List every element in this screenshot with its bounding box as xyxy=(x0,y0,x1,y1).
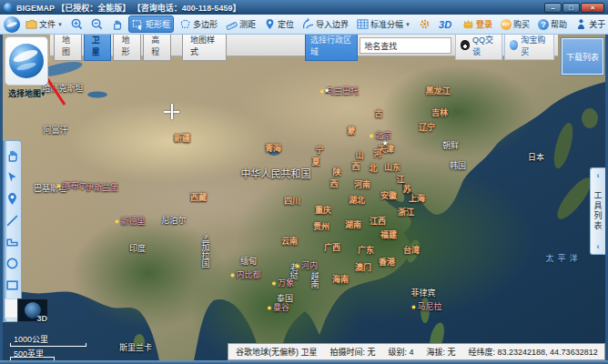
scale-miles-tick xyxy=(54,357,55,360)
rect-select-icon xyxy=(132,18,144,30)
ruler-icon xyxy=(226,18,238,30)
settings-button[interactable] xyxy=(416,16,433,32)
pan-hand-icon xyxy=(111,18,123,30)
status-bar: 谷歌地球(无偏移) 卫星 拍摄时间: 无 级别: 4 海拔: 无 经纬度: 83… xyxy=(228,343,605,360)
maptype-tab-1[interactable]: 卫星 xyxy=(84,35,112,61)
google-earth-globe-icon xyxy=(9,44,44,78)
place-search-input[interactable]: 地名查找 xyxy=(360,37,451,54)
chevron-left-icon: ‹ xyxy=(597,171,600,180)
maptype-tab-2[interactable]: 地形 xyxy=(113,35,141,61)
pan-tool-button[interactable] xyxy=(108,16,126,32)
measure-tool-button[interactable]: 测距 xyxy=(223,16,258,32)
chevron-left-icon: ‹ xyxy=(597,242,600,251)
taobao-buy-button[interactable]: 淘宝购买 xyxy=(504,35,554,60)
map-style-button[interactable]: 地图样式 xyxy=(182,35,227,61)
qq-chat-button[interactable]: QQ交谈 xyxy=(455,35,502,60)
circle-tool-icon[interactable] xyxy=(5,257,19,270)
polygon-tool-button[interactable]: 多边形 xyxy=(177,16,220,32)
window-bottom-border xyxy=(0,360,608,364)
main-toolbar: 文件▼ 矩形框 多边形 测距 定位 导入边界 xyxy=(0,15,608,35)
status-coordinates: 经纬度: 83.23242188, 44.73632812 xyxy=(469,346,598,358)
import-boundary-icon xyxy=(302,18,314,30)
placemark-pin-icon[interactable] xyxy=(5,192,19,206)
mini-globe-3d-toggle[interactable]: 3D xyxy=(5,298,48,324)
buy-coin-icon: BUY xyxy=(501,19,512,30)
drawing-tool-palette xyxy=(3,140,22,322)
zoom-out-button[interactable] xyxy=(88,16,106,32)
login-button[interactable]: 登录 xyxy=(460,16,495,32)
help-button[interactable]: ? 帮助 xyxy=(535,16,570,32)
close-button[interactable]: × xyxy=(581,3,604,13)
maptype-toolbar: 地图卫星地形高程 地图样式 选择行政区域 地名查找 QQ交谈 淘宝购买 xyxy=(50,35,558,56)
grid-icon xyxy=(357,18,369,30)
polygon-tool-icon[interactable] xyxy=(5,235,19,248)
qq-penguin-icon xyxy=(461,40,470,50)
status-altitude: 海拔: 无 xyxy=(427,346,456,358)
pan-hand-icon[interactable] xyxy=(5,148,19,162)
app-logo-icon xyxy=(4,3,13,12)
question-mark-icon: ? xyxy=(538,19,549,30)
rectangle-tool-icon[interactable] xyxy=(5,278,19,292)
maptype-tab-0[interactable]: 地图 xyxy=(54,35,82,61)
scale-km-line xyxy=(10,343,86,347)
folder-icon xyxy=(25,18,37,30)
map-viewport[interactable]: 黑龙江吉林辽宁古蒙天津河北山西山东河南江苏安徽上海湖北重庆浙江江西湖南贵州福建四… xyxy=(3,35,605,360)
select-map-label[interactable]: 选择地图▾ xyxy=(8,87,46,99)
app-window: BIGEMAP 【已授权：全能版】 【咨询电话：400-118-5459】 – … xyxy=(0,0,608,364)
select-arrow-icon[interactable] xyxy=(5,170,19,184)
select-map-button[interactable] xyxy=(5,36,48,86)
tool-list-panel-tab[interactable]: ‹ 工具列表 ‹ xyxy=(590,167,605,255)
status-source: 谷歌地球(无偏移) 卫星 xyxy=(236,346,318,358)
locate-tool-button[interactable]: 定位 xyxy=(261,16,297,32)
tool-list-label: 工具列表 xyxy=(593,191,604,231)
line-tool-icon[interactable] xyxy=(5,214,19,228)
maptype-tabs: 地图卫星地形高程 xyxy=(54,35,171,61)
maximize-button[interactable]: □ xyxy=(562,3,580,13)
status-zoom-level: 级别: 4 xyxy=(389,346,414,358)
status-shot-time: 拍摄时间: 无 xyxy=(330,346,376,358)
taobao-icon xyxy=(510,40,518,50)
minimize-button[interactable]: – xyxy=(544,3,562,13)
file-menu[interactable]: 文件▼ xyxy=(23,16,66,32)
zoom-in-button[interactable] xyxy=(68,16,86,32)
scale-miles-line xyxy=(10,357,54,360)
import-boundary-button[interactable]: 导入边界 xyxy=(299,16,351,32)
3d-view-button[interactable]: 3D xyxy=(436,17,454,32)
person-icon xyxy=(575,18,587,30)
map-center-crosshair-icon xyxy=(164,104,179,119)
about-button[interactable]: 关于 xyxy=(573,16,608,32)
locate-pin-icon xyxy=(264,18,276,30)
zoom-in-icon xyxy=(71,18,83,30)
select-region-button[interactable]: 选择行政区域 xyxy=(305,35,358,61)
download-list-button[interactable]: 下载列表 xyxy=(562,38,603,75)
dropdown-arrow-icon: ▼ xyxy=(405,22,410,27)
window-title: BIGEMAP 【已授权：全能版】 【咨询电话：400-118-5459】 xyxy=(16,2,544,14)
satellite-basemap xyxy=(3,35,605,360)
polygon-icon xyxy=(179,18,191,30)
standard-sheet-menu[interactable]: 标准分幅▼ xyxy=(354,16,413,32)
zoom-out-icon xyxy=(91,18,103,30)
crown-icon xyxy=(462,18,474,30)
bigemap-logo-icon xyxy=(4,16,20,33)
maptype-tab-3[interactable]: 高程 xyxy=(143,35,171,61)
gear-icon xyxy=(419,18,431,30)
dropdown-arrow-icon: ▼ xyxy=(57,22,63,27)
mini-3d-label: 3D xyxy=(36,314,47,323)
buy-button[interactable]: BUY 购买 xyxy=(498,16,532,32)
rect-select-tool-button[interactable]: 矩形框 xyxy=(128,15,174,33)
title-bar: BIGEMAP 【已授权：全能版】 【咨询电话：400-118-5459】 – … xyxy=(0,0,608,15)
